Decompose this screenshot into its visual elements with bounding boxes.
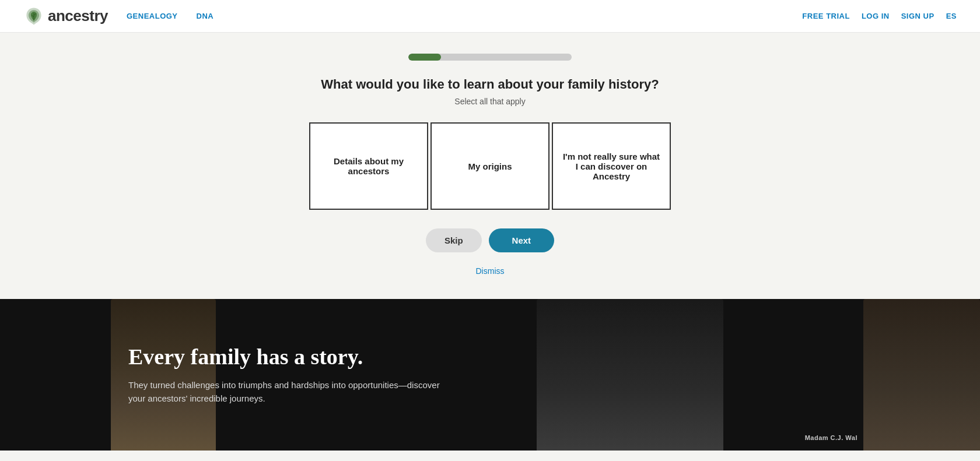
question-subtitle: Select all that apply: [454, 97, 525, 106]
header-right: FREE TRIAL LOG IN SIGN UP ES: [802, 12, 957, 20]
quiz-section: What would you like to learn about your …: [0, 33, 980, 299]
progress-bar-fill: [408, 54, 441, 61]
hero-title: Every family has a story.: [128, 344, 455, 370]
progress-bar-container: [408, 54, 572, 61]
nav-genealogy[interactable]: GENEALOGY: [127, 12, 178, 20]
sign-up-link[interactable]: SIGN UP: [901, 12, 935, 20]
option-origins[interactable]: My origins: [430, 122, 550, 210]
dismiss-link[interactable]: Dismiss: [476, 266, 505, 276]
free-trial-link[interactable]: FREE TRIAL: [802, 12, 850, 20]
header-left: ancestry GENEALOGY DNA: [23, 6, 214, 27]
hero-section: Madam C.J. Wal Every family has a story.…: [0, 299, 980, 451]
hero-content: Every family has a story. They turned ch…: [0, 316, 478, 434]
ancestry-logo-icon: [23, 6, 44, 27]
options-row: Details about my ancestors My origins I'…: [308, 122, 672, 210]
nav-dna[interactable]: DNA: [197, 12, 214, 20]
option-unsure[interactable]: I'm not really sure what I can discover …: [552, 122, 671, 210]
logo-text: ancestry: [48, 7, 108, 25]
skip-button[interactable]: Skip: [426, 228, 482, 252]
logo[interactable]: ancestry: [23, 6, 108, 27]
stamp-label: Madam C.J. Wal: [805, 434, 858, 441]
question-title: What would you like to learn about your …: [321, 77, 659, 92]
language-link[interactable]: ES: [946, 12, 957, 20]
hero-photo-3: [863, 299, 980, 451]
hero-subtitle: They turned challenges into triumphs and…: [128, 379, 455, 405]
header: ancestry GENEALOGY DNA FREE TRIAL LOG IN…: [0, 0, 980, 33]
log-in-link[interactable]: LOG IN: [862, 12, 890, 20]
next-button[interactable]: Next: [489, 228, 555, 252]
hero-photo-2: [537, 299, 723, 451]
buttons-row: Skip Next: [426, 228, 554, 252]
option-details[interactable]: Details about my ancestors: [309, 122, 428, 210]
